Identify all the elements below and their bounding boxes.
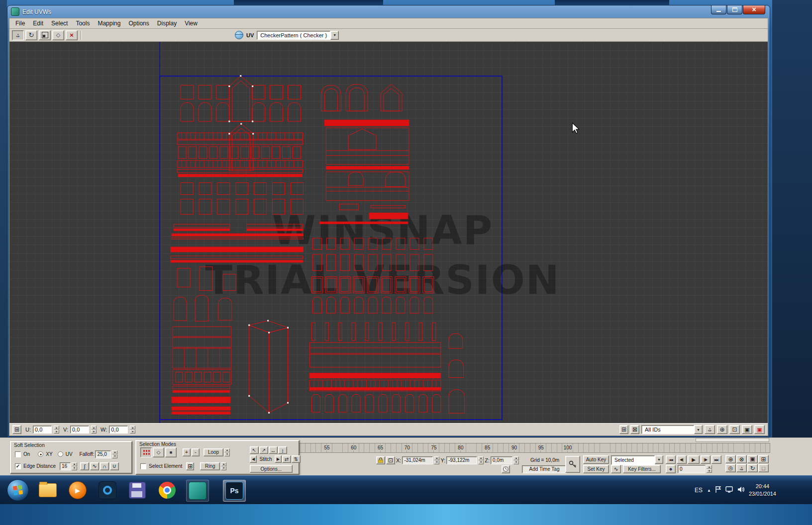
- pan-button[interactable]: [705, 425, 715, 434]
- next-frame-button[interactable]: [701, 455, 710, 464]
- edge-distance-field[interactable]: 16: [60, 462, 71, 470]
- zoom-region-button[interactable]: [729, 425, 740, 434]
- u-field[interactable]: 0,0: [33, 426, 52, 434]
- v-field[interactable]: 0,0: [70, 426, 89, 434]
- grow-selection-button[interactable]: +: [183, 448, 191, 456]
- zoom-extents-button[interactable]: [747, 455, 758, 463]
- ring-spinner[interactable]: [221, 462, 226, 470]
- field-of-view-button[interactable]: [725, 464, 736, 472]
- w-spinner[interactable]: [130, 426, 135, 434]
- paint-select-button[interactable]: [186, 462, 194, 470]
- z-spinner[interactable]: [513, 456, 519, 464]
- default-tangent-button[interactable]: [611, 465, 621, 473]
- edge-mode-button[interactable]: [153, 447, 164, 457]
- expand-vertical-button[interactable]: [278, 446, 287, 454]
- v-spinner[interactable]: [91, 426, 97, 434]
- menu-options[interactable]: Options: [124, 19, 153, 27]
- viewport-pan-button[interactable]: [736, 464, 747, 472]
- go-to-end-button[interactable]: [711, 455, 721, 464]
- current-frame-field[interactable]: 0: [678, 465, 706, 473]
- uv-editor-canvas[interactable]: WINSNAP TRIAL VERSION: [9, 42, 768, 423]
- lock-selection-button[interactable]: [630, 425, 639, 434]
- timeline-scrollbar[interactable]: [696, 438, 769, 442]
- key-set-arrow-button[interactable]: [655, 455, 663, 464]
- freeform-tool-button[interactable]: [52, 30, 64, 40]
- zoom-to-selection-button[interactable]: [754, 425, 765, 434]
- taskbar-item-save-app[interactable]: [126, 480, 148, 501]
- stitch-horizontal-button[interactable]: [282, 455, 291, 463]
- menu-select[interactable]: Select: [47, 19, 72, 27]
- window-titlebar[interactable]: Edit UVWs: [9, 5, 768, 18]
- orbit-button[interactable]: [747, 464, 758, 472]
- falloff-linear-button[interactable]: [90, 462, 99, 470]
- taskbar-item-3dsmax[interactable]: [186, 480, 209, 502]
- language-indicator[interactable]: ES: [695, 487, 703, 494]
- menu-edit[interactable]: Edit: [29, 19, 47, 27]
- maximize-viewport-button[interactable]: [758, 464, 769, 472]
- align-vertical-button[interactable]: [259, 446, 268, 454]
- falloff-field[interactable]: 25,0: [95, 450, 111, 458]
- soft-selection-on-checkbox[interactable]: [15, 451, 21, 457]
- menu-mapping[interactable]: Mapping: [94, 19, 124, 27]
- frame-spinner[interactable]: [707, 465, 712, 473]
- close-button[interactable]: [743, 5, 765, 14]
- absolute-offset-toggle-button[interactable]: [386, 456, 395, 464]
- scale-tool-button[interactable]: [39, 30, 51, 40]
- material-id-dropdown[interactable]: All IDs: [641, 425, 703, 434]
- move-tool-button[interactable]: [12, 30, 24, 40]
- previous-frame-button[interactable]: [677, 455, 687, 464]
- vertex-mode-button[interactable]: [140, 447, 152, 457]
- key-set-dropdown[interactable]: Selected: [611, 455, 663, 464]
- maximize-button[interactable]: [727, 5, 742, 14]
- zoom-button[interactable]: [717, 425, 727, 434]
- options-button[interactable]: Options...: [250, 465, 293, 473]
- taskbar-item-photoshop[interactable]: Ps: [223, 480, 246, 502]
- taskbar-clock[interactable]: 20:44 23/01/2014: [749, 483, 776, 498]
- key-mode-toggle-button[interactable]: [666, 465, 676, 473]
- stitch-prev-button[interactable]: [250, 455, 257, 463]
- x-coordinate-field[interactable]: -31,024m: [402, 456, 433, 464]
- expand-horizontal-button[interactable]: [269, 446, 278, 454]
- mirror-tool-button[interactable]: [66, 30, 78, 40]
- select-element-checkbox[interactable]: [140, 463, 146, 469]
- viewport-zoom-all-button[interactable]: [736, 455, 747, 463]
- taskbar-item-explorer[interactable]: [37, 480, 59, 501]
- auto-key-button[interactable]: Auto Key: [583, 455, 609, 464]
- action-center-icon[interactable]: [715, 486, 721, 495]
- texture-pattern-dropdown[interactable]: CheckerPattern ( Checker ): [257, 31, 339, 40]
- falloff-smooth-button[interactable]: [80, 462, 89, 470]
- viewport-zoom-button[interactable]: [725, 455, 736, 463]
- rotate-tool-button[interactable]: [25, 30, 37, 40]
- zoom-extents-button[interactable]: [742, 425, 752, 434]
- volume-icon[interactable]: [737, 486, 744, 495]
- time-tag-button[interactable]: [502, 465, 510, 473]
- zoom-extents-all-button[interactable]: [758, 455, 769, 463]
- show-hidden-icons-button[interactable]: [707, 488, 711, 493]
- stitch-vertical-button[interactable]: [292, 455, 301, 463]
- taskbar-item-blue-app[interactable]: [97, 480, 118, 501]
- menu-view[interactable]: View: [181, 19, 202, 27]
- add-time-tag[interactable]: Add Time Tag: [522, 465, 567, 473]
- align-horizontal-button[interactable]: [250, 446, 259, 454]
- xy-radio[interactable]: ●: [38, 451, 43, 457]
- y-coordinate-field[interactable]: -93,122m: [446, 456, 477, 464]
- falloff-fast-button[interactable]: [110, 462, 119, 470]
- u-spinner[interactable]: [54, 426, 59, 434]
- stitch-next-button[interactable]: [275, 455, 282, 463]
- z-coordinate-field[interactable]: 0,0m: [491, 456, 512, 464]
- x-spinner[interactable]: [434, 456, 439, 464]
- start-button[interactable]: [7, 479, 29, 501]
- material-id-arrow-button[interactable]: [694, 425, 703, 434]
- set-key-button[interactable]: Set Key: [583, 465, 609, 473]
- network-icon[interactable]: [725, 486, 733, 495]
- taskbar-item-media-player[interactable]: [67, 480, 89, 501]
- play-button[interactable]: [688, 455, 700, 464]
- w-field[interactable]: 0,0: [109, 426, 128, 434]
- menu-tools[interactable]: Tools: [72, 19, 94, 27]
- set-keys-button[interactable]: [565, 456, 580, 473]
- minimize-button[interactable]: [711, 5, 726, 14]
- edge-distance-spinner[interactable]: [72, 462, 77, 470]
- status-grid-button[interactable]: [12, 425, 21, 434]
- taskbar-item-chrome[interactable]: [156, 480, 178, 501]
- loop-spinner[interactable]: [224, 448, 230, 456]
